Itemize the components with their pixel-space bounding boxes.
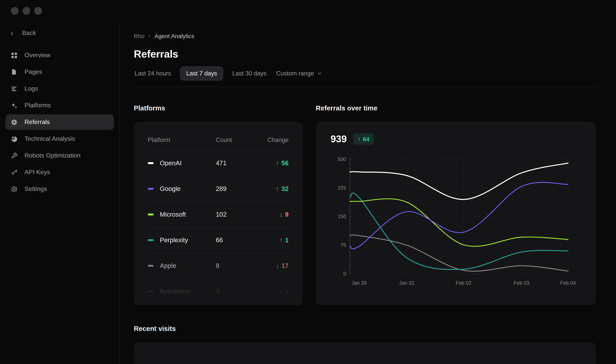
arrow-up-icon: ↑ [279, 236, 283, 244]
sidebar-item-overview[interactable]: Overview [5, 47, 114, 63]
window-control-button[interactable] [11, 7, 19, 15]
platform-swatch-icon [148, 188, 154, 190]
sidebar-item-label: Overview [25, 52, 50, 59]
chevron-right-icon: › [148, 32, 151, 40]
svg-text:Feb 03: Feb 03 [513, 280, 529, 286]
sidebar-item-robots-optimization[interactable]: Robots Optimization [5, 148, 114, 163]
tab-last-7-days[interactable]: Last 7 days [180, 66, 223, 80]
platform-swatch-icon [148, 239, 154, 241]
sparkles-icon [11, 102, 17, 109]
svg-text:Feb 02: Feb 02 [456, 280, 472, 286]
change-value: 56 [281, 159, 289, 167]
sidebar-item-referrals[interactable]: Referrals [5, 114, 114, 130]
tab-custom-range[interactable]: Custom range [275, 66, 323, 80]
gear-icon [11, 185, 17, 193]
grid-icon [11, 52, 17, 59]
platform-name-cell: Apple [148, 262, 216, 270]
platforms-table-header: PlatformCountChange [148, 130, 289, 151]
platform-swatch-icon [148, 265, 154, 267]
platform-change: ↓9 [259, 211, 289, 218]
platforms-section: Platforms PlatformCountChange OpenAI471↑… [134, 104, 303, 305]
platform-count: 102 [216, 211, 259, 218]
table-row-openai[interactable]: OpenAI471↑56 [148, 151, 289, 176]
breadcrumb: Rho › Agent Analytics [134, 32, 596, 40]
sidebar-item-settings[interactable]: Settings [5, 181, 114, 197]
platforms-card: PlatformCountChange OpenAI471↑56Google28… [134, 122, 303, 305]
change-value: 1 [285, 236, 289, 244]
chevron-down-icon [317, 71, 322, 76]
table-row-perplexity[interactable]: Perplexity66↑1 [148, 227, 289, 253]
sidebar-item-label: Pages [25, 68, 42, 76]
sidebar-item-api-keys[interactable]: API Keys [5, 165, 114, 180]
referrals-chart: 075150225500Jan 29Jan 31Feb 02Feb 03Feb … [331, 151, 581, 288]
sidebar-item-label: Settings [25, 185, 47, 193]
back-button[interactable]: ‹ Back [5, 27, 114, 37]
change-value: 1 [285, 288, 289, 295]
platform-change: ↓17 [259, 262, 289, 270]
change-value: 32 [281, 185, 289, 193]
window-control-button[interactable] [34, 7, 42, 15]
sidebar-item-pages[interactable]: Pages [5, 64, 114, 80]
sidebar-item-label: Referrals [25, 119, 50, 126]
svg-text:500: 500 [338, 156, 346, 162]
arrow-down-icon: ↓ [276, 262, 279, 270]
column-header-count: Count [216, 136, 259, 143]
referrals-card: 939 ↑ 64 075150225500Jan 29Jan 31Feb 02F… [316, 122, 596, 305]
table-row-google[interactable]: Google289↑32 [148, 176, 289, 201]
platform-swatch-icon [148, 290, 154, 292]
platform-change: ↑56 [259, 159, 289, 167]
tab-label: Last 30 days [232, 70, 266, 77]
platform-name: Apple [160, 262, 176, 270]
svg-text:0: 0 [343, 271, 346, 276]
sidebar-item-label: API Keys [25, 169, 50, 176]
total-count: 939 [331, 133, 347, 145]
tab-label: Last 7 days [186, 70, 217, 77]
table-row-bytedance[interactable]: Bytedance3↑1 [148, 278, 289, 304]
platform-swatch-icon [148, 213, 154, 215]
platform-change: ↑1 [259, 288, 289, 295]
platform-name-cell: OpenAI [148, 159, 216, 167]
platform-name-cell: Google [148, 185, 216, 193]
platform-count: 66 [216, 236, 259, 244]
svg-text:150: 150 [338, 213, 346, 219]
sidebar-item-platforms[interactable]: Platforms [5, 98, 114, 113]
back-label: Back [22, 29, 36, 37]
platform-name-cell: Perplexity [148, 236, 216, 244]
platform-name: Google [160, 185, 180, 193]
sidebar: ‹ Back OverviewPagesLogsPlatformsReferra… [0, 22, 120, 364]
sidebar-item-technical-analysis[interactable]: Technical Analysis [5, 131, 114, 147]
pie-icon [11, 135, 17, 142]
sidebar-item-label: Platforms [25, 102, 51, 109]
table-row-microsoft[interactable]: Microsoft102↓9 [148, 201, 289, 227]
window-control-button[interactable] [23, 7, 30, 15]
sidebar-item-label: Logs [25, 85, 38, 92]
recent-visits-heading: Recent visits [134, 325, 596, 333]
table-row-apple[interactable]: Apple8↓17 [148, 253, 289, 278]
chevron-left-icon: ‹ [11, 30, 16, 36]
tab-last-24-hours[interactable]: Last 24 hours [134, 66, 172, 80]
platform-change: ↑32 [259, 185, 289, 193]
delta-value: 64 [363, 136, 369, 142]
arrow-up-icon: ↑ [358, 136, 360, 142]
section-divider [134, 87, 596, 87]
panels-row: Platforms PlatformCountChange OpenAI471↑… [134, 104, 596, 305]
sidebar-nav: OverviewPagesLogsPlatformsReferralsTechn… [5, 47, 114, 197]
arrow-up-icon: ↑ [279, 288, 283, 295]
platform-name: Microsoft [160, 211, 186, 218]
platform-name: Perplexity [160, 236, 188, 244]
wrench-icon [11, 152, 17, 159]
platform-count: 289 [216, 185, 259, 193]
main-content: Rho › Agent Analytics Referrals Last 24 … [120, 22, 616, 364]
tab-last-30-days[interactable]: Last 30 days [231, 66, 267, 80]
window-controls [0, 0, 616, 22]
column-header-platform: Platform [148, 136, 216, 143]
tab-label: Last 24 hours [135, 70, 171, 77]
platform-name-cell: Bytedance [148, 288, 216, 295]
sidebar-item-logs[interactable]: Logs [5, 81, 114, 96]
breadcrumb-root[interactable]: Rho [134, 32, 144, 39]
svg-text:225: 225 [338, 185, 346, 191]
tab-label: Custom range [276, 70, 314, 77]
arrow-up-icon: ↑ [276, 159, 279, 167]
platform-name: Bytedance [160, 288, 190, 295]
platforms-table-body: OpenAI471↑56Google289↑32Microsoft102↓9Pe… [148, 151, 289, 304]
